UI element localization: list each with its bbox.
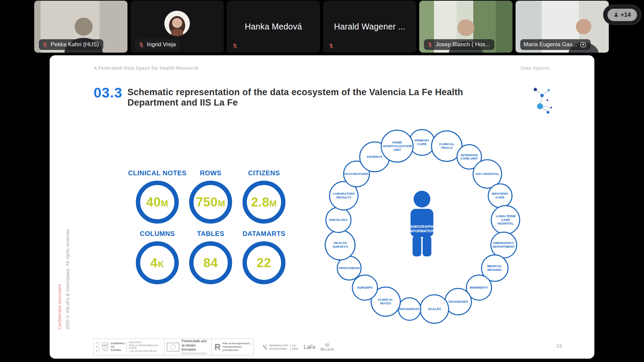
- stat-label: ROWS: [174, 169, 248, 177]
- participant-tile[interactable]: Ingrid Vreja: [130, 1, 224, 53]
- slide-header-left: A Federated Data Space for Health Resear…: [94, 65, 199, 71]
- participant-label: Pekka Kahri (HUS): [39, 39, 103, 50]
- ecosystem-bubble: HEALTH SURVEYS: [325, 230, 356, 260]
- aci-ara-text: aci. ARA.: [292, 344, 299, 351]
- mic-off-icon: [427, 42, 433, 48]
- generalitat-valenciana-logo: GENERALITAT VALENCIANA aci. ARA.: [262, 344, 299, 351]
- stat-label: CLINICAL NOTES: [120, 169, 194, 177]
- more-participants-badge[interactable]: +14: [603, 5, 641, 25]
- stat-circle: 84: [189, 241, 232, 284]
- molecule-logo-icon: [532, 84, 553, 119]
- participant-name: Ingrid Vreja: [147, 41, 176, 48]
- spanish-government-logo: ★★★ GOBIERNO DE ESPAÑA MINISTERIO PARA L…: [94, 339, 165, 355]
- mic-off-icon: [232, 43, 238, 49]
- participant-name-large: Hanka Medová: [227, 1, 320, 53]
- iis-lafe-logo: IIS La Fe: [321, 343, 334, 351]
- ecosystem-bubble-label: DIAGNOSES: [449, 300, 468, 304]
- participant-label: Maria Eugenia Gas...: [520, 39, 591, 50]
- funding-logos-box: ★★★ GOBIERNO DE ESPAÑA MINISTERIO PARA L…: [93, 339, 254, 355]
- stat-circle: 2.8M: [243, 181, 285, 224]
- stat-circle: 750M: [189, 181, 232, 224]
- ecosystem-bubble-label: MORBIDITY: [470, 286, 488, 290]
- ecosystem-bubble: PROSTHESIS: [337, 256, 362, 281]
- partner-logos: GENERALITAT VALENCIANA aci. ARA. LaFe II…: [262, 341, 334, 354]
- ecosystem-bubble: LABORATORY RESULTS: [329, 181, 359, 210]
- ecosystem-bubble: SURGERY: [352, 275, 378, 301]
- screen-share-icon: [580, 42, 586, 48]
- participant-tile[interactable]: Josep Blanch ( Hos...: [419, 1, 513, 53]
- stat-value: 40M: [146, 195, 168, 209]
- coat-of-arms-icon: [101, 342, 109, 352]
- ecosystem-bubble: EMERGENCY DEPARTMENT: [490, 232, 517, 258]
- ecosystem-bubble-label: MEDICAL IMAGING: [483, 264, 506, 272]
- ecosystem-bubble-label: DAY HOSPITAL: [476, 172, 499, 176]
- stat-circle: 40M: [136, 181, 179, 224]
- mic-off-icon: [328, 43, 334, 49]
- ecosystem-bubble: LONG-TERM CARE HOSPITAL: [491, 205, 520, 235]
- plan-text: Plan de Recuperación, Transformación y R…: [222, 342, 251, 352]
- ecosystem-bubble: MEDICAL IMAGING: [481, 254, 508, 282]
- ecosystem-bubble-label: EMERGENCY DEPARTMENT: [493, 241, 515, 249]
- stat-value: 750M: [196, 195, 225, 209]
- stat-label: CITIZENS: [227, 169, 301, 177]
- ecosystem-bubble-label: CLINICAL NOTES: [373, 298, 398, 305]
- ecosystem-bubble: RESOURCES: [398, 297, 421, 321]
- person-icon: [613, 12, 619, 17]
- ecosystem-bubble: PATIENTS: [359, 141, 390, 172]
- mic-off-icon: [139, 42, 144, 48]
- copyright-note: 2025 © IISLaFe & OmicSpace. All rights r…: [65, 229, 70, 329]
- participant-tile[interactable]: Pekka Kahri (HUS): [34, 1, 127, 53]
- participant-count-pill: +14: [607, 9, 637, 21]
- participant-tile[interactable]: Hanka Medová: [227, 1, 320, 53]
- ecosystem-bubble-label: INPATIENT CARE: [490, 192, 510, 199]
- ecosystem-bubble: ONCOLOGY: [325, 207, 352, 233]
- stat-value: 84: [203, 256, 218, 270]
- participant-label: Josep Blanch ( Hos...: [424, 39, 494, 50]
- participant-name: Maria Eugenia Gas...: [524, 41, 577, 48]
- stat-label: TABLES: [174, 230, 248, 238]
- eu-funding-line3: NextGenerationEU: [182, 352, 210, 355]
- eu-funding-line1: Financiado por: [182, 339, 210, 343]
- slide-header-right: Data Spaces: [521, 65, 550, 71]
- participant-name-large: Harald Wagener ...: [323, 1, 416, 53]
- ecosystem-bubble-label: CLINICAL TRIALS: [433, 142, 460, 150]
- ecosystem-bubble-label: SCALES: [428, 307, 441, 311]
- ecosystem-bubble: MORBIDITY: [466, 275, 492, 301]
- ecosystem-bubble: DIAGNOSES: [444, 288, 472, 315]
- iis-bars-icon: [324, 343, 331, 347]
- participant-name: Pekka Kahri (HUS): [51, 41, 99, 48]
- participant-tile[interactable]: Harald Wagener ...: [323, 1, 416, 53]
- gobierno-text: GOBIERNO DE ESPAÑA: [111, 342, 127, 352]
- lafe-logo: LaFe: [304, 344, 315, 350]
- gva-text: GENERALITAT VALENCIANA: [269, 344, 288, 351]
- participant-name: Josep Blanch ( Hos...: [436, 41, 490, 48]
- stat-label: DATAMARTS: [227, 230, 301, 238]
- ecosystem-bubble-label: LABORATORY RESULTS: [331, 192, 356, 199]
- recovery-plan-logo: ⁚R Plan de Recuperación, Transformación …: [212, 339, 253, 355]
- plan-r-icon: ⁚R: [214, 343, 221, 351]
- stat-value: 4K: [150, 256, 164, 270]
- shared-slide: A Federated Data Space for Health Resear…: [50, 55, 594, 359]
- ecosystem-bubble-label: SURGERY: [357, 286, 373, 290]
- gva-symbol-icon: [262, 344, 267, 351]
- participant-count: +14: [621, 11, 631, 18]
- stat-value: 22: [257, 256, 271, 270]
- eu-funding-line2: la Unión Europea: [182, 343, 210, 352]
- participant-avatar: [164, 11, 190, 36]
- ecosystem-bubble: CLINICAL TRIALS: [431, 130, 463, 162]
- ecosystem-bubble-label: VACCINATIONS: [344, 172, 368, 176]
- ecosystem-bubble-label: HEALTH SURVEYS: [327, 241, 353, 249]
- video-strip: Pekka Kahri (HUS)Ingrid VrejaHanka Medov…: [34, 1, 609, 53]
- ministerio-text: MINISTERIO PARA LA TRANSFORMACIÓN DIGITA…: [129, 341, 162, 353]
- ecosystem-bubble-label: HOME HOSPITALIZATION UNIT: [383, 141, 412, 152]
- ecosystem-bubble: PRIMARY CARE: [409, 129, 435, 156]
- iis-lafe-text: IIS La Fe: [321, 348, 334, 351]
- logo-divider: [290, 344, 290, 351]
- participant-label: Ingrid Vreja: [135, 39, 180, 50]
- ecosystem-bubble-label: ONCOLOGY: [329, 218, 348, 222]
- ecosystem-bubble: INPATIENT CARE: [488, 183, 513, 208]
- participant-tile[interactable]: Maria Eugenia Gas...: [516, 1, 609, 53]
- ecosystem-bubble: INTENSIVE CARE UNIT: [457, 144, 482, 170]
- flag-stars-icon: ★★★: [96, 341, 99, 353]
- section-number: 03.3: [94, 85, 122, 101]
